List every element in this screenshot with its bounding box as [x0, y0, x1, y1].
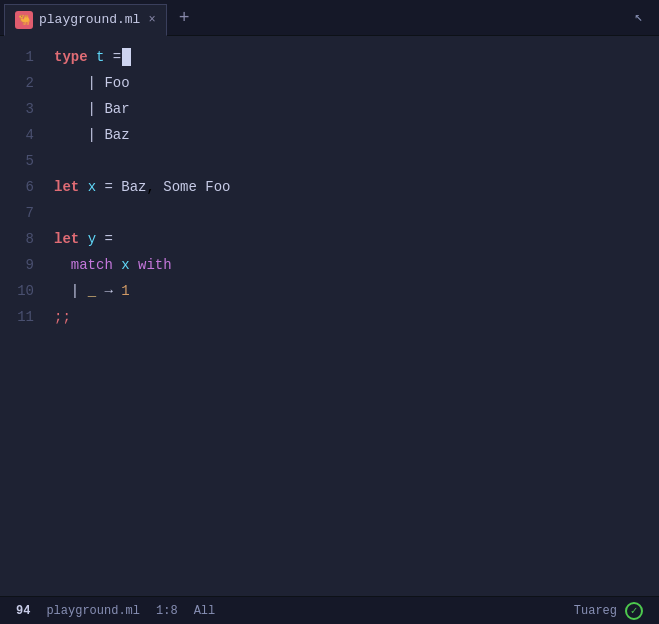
pipe-op-3: | [88, 101, 96, 117]
code-line-11: ;; [54, 304, 659, 330]
wildcard-pattern: _ [88, 283, 96, 299]
line-num-2: 2 [0, 70, 34, 96]
pipe-op-4: | [88, 127, 96, 143]
editor-area: 1 2 3 4 5 6 7 8 9 10 11 type t = | Foo |… [0, 36, 659, 596]
line-numbers: 1 2 3 4 5 6 7 8 9 10 11 [0, 44, 50, 588]
tab-bar: 🐫 playground.ml × + ↖ [0, 0, 659, 36]
keyword-let-x: let [54, 179, 79, 195]
code-line-1: type t = [54, 44, 659, 70]
status-check-icon: ✓ [625, 602, 643, 620]
status-left: 94 playground.ml 1:8 All [16, 604, 215, 618]
tab-title: playground.ml [39, 12, 140, 27]
keyword-match: match [71, 257, 113, 273]
ctor-baz-6: Baz [121, 179, 146, 195]
ctor-bar: Bar [104, 101, 129, 117]
line-num-4: 4 [0, 122, 34, 148]
status-bar: 94 playground.ml 1:8 All Tuareg ✓ [0, 596, 659, 624]
var-y: y [88, 231, 96, 247]
code-line-4: | Baz [54, 122, 659, 148]
double-semicolons: ;; [54, 309, 71, 325]
line-num-5: 5 [0, 148, 34, 174]
code-content[interactable]: type t = | Foo | Bar | Baz let x = Baz, … [50, 44, 659, 588]
text-cursor [122, 48, 131, 66]
status-mode: Tuareg [574, 604, 617, 618]
code-line-2: | Foo [54, 70, 659, 96]
status-position: 1:8 [156, 604, 178, 618]
num-1: 1 [121, 283, 129, 299]
line-num-1: 1 [0, 44, 34, 70]
var-x: x [88, 179, 96, 195]
new-tab-button[interactable]: + [173, 2, 196, 34]
keyword-type: type [54, 49, 88, 65]
line-num-11: 11 [0, 304, 34, 330]
line-num-3: 3 [0, 96, 34, 122]
ctor-foo: Foo [104, 75, 129, 91]
keyword-with: with [138, 257, 172, 273]
pipe-op-2: | [88, 75, 96, 91]
pipe-op-10: | [71, 283, 79, 299]
code-line-7 [54, 200, 659, 226]
var-x-9: x [121, 257, 129, 273]
line-num-6: 6 [0, 174, 34, 200]
line-num-10: 10 [0, 278, 34, 304]
active-tab[interactable]: 🐫 playground.ml × [4, 4, 167, 36]
file-icon: 🐫 [15, 11, 33, 29]
code-container[interactable]: 1 2 3 4 5 6 7 8 9 10 11 type t = | Foo |… [0, 36, 659, 596]
status-all-label: All [194, 604, 216, 618]
line-num-8: 8 [0, 226, 34, 252]
status-right: Tuareg ✓ [574, 602, 643, 620]
cursor-icon: ↖ [635, 8, 643, 25]
code-line-8: let y = [54, 226, 659, 252]
line-num-7: 7 [0, 200, 34, 226]
equals-op-8: = [104, 231, 112, 247]
status-filename: playground.ml [46, 604, 140, 618]
tab-close-button[interactable]: × [148, 13, 155, 27]
code-line-10: | _ → 1 [54, 278, 659, 304]
code-line-3: | Bar [54, 96, 659, 122]
equals-op: = [113, 49, 121, 65]
ctor-foo-6: Foo [205, 179, 230, 195]
status-line-number: 94 [16, 604, 30, 618]
code-line-5 [54, 148, 659, 174]
ctor-baz: Baz [104, 127, 129, 143]
code-line-6: let x = Baz, Some Foo [54, 174, 659, 200]
equals-op-6: = [104, 179, 112, 195]
code-line-9: match x with [54, 252, 659, 278]
arrow-op: → [104, 283, 112, 299]
line-num-9: 9 [0, 252, 34, 278]
keyword-let-y: let [54, 231, 79, 247]
ctor-some: Some [163, 179, 197, 195]
